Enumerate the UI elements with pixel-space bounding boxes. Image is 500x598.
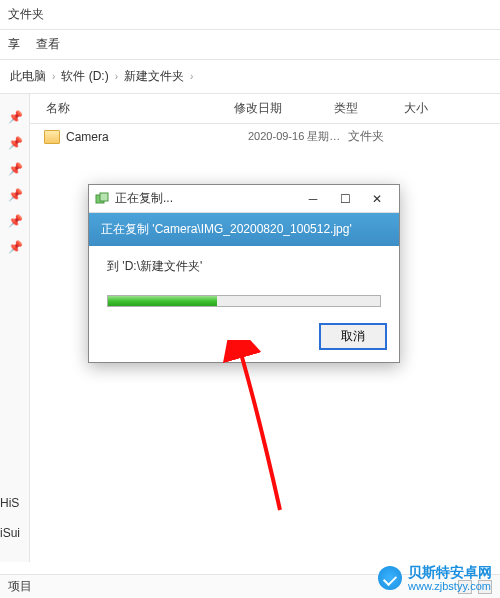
destination-text: 到 'D:\新建文件夹' (107, 258, 381, 275)
breadcrumb-root[interactable]: 此电脑 (10, 68, 46, 85)
window-title: 文件夹 (0, 0, 500, 30)
row-name: Camera (66, 130, 248, 144)
breadcrumb-folder[interactable]: 新建文件夹 (124, 68, 184, 85)
pin-icon[interactable]: 📌 (0, 208, 29, 234)
copy-dialog: 正在复制... ─ ☐ ✕ 正在复制 'Camera\IMG_20200820_… (88, 184, 400, 363)
table-row[interactable]: Camera 2020-09-16 星期… 文件夹 (30, 124, 500, 149)
cancel-button[interactable]: 取消 (319, 323, 387, 350)
maximize-button[interactable]: ☐ (329, 186, 361, 212)
pin-icon[interactable]: 📌 (0, 234, 29, 260)
toolbar: 享 查看 (0, 30, 500, 60)
minimize-button[interactable]: ─ (297, 186, 329, 212)
copy-icon (95, 192, 109, 206)
progress-fill (108, 296, 217, 306)
breadcrumb-drive[interactable]: 软件 (D:) (61, 68, 108, 85)
sidebar-bottom-items: HiS iSui (0, 488, 20, 548)
row-type: 文件夹 (348, 128, 418, 145)
pin-icon[interactable]: 📌 (0, 182, 29, 208)
breadcrumb[interactable]: 此电脑 › 软件 (D:) › 新建文件夹 › (0, 60, 500, 94)
sidebar-item[interactable]: HiS (0, 488, 20, 518)
pin-icon[interactable]: 📌 (0, 104, 29, 130)
column-headers: 名称 修改日期 类型 大小 (30, 94, 500, 124)
column-size[interactable]: 大小 (404, 100, 496, 117)
dialog-banner: 正在复制 'Camera\IMG_20200820_100512.jpg' (89, 213, 399, 246)
svg-rect-1 (100, 193, 108, 201)
toolbar-view[interactable]: 查看 (36, 36, 60, 53)
watermark-name: 贝斯特安卓网 (408, 565, 492, 580)
close-button[interactable]: ✕ (361, 186, 393, 212)
progress-bar (107, 295, 381, 307)
row-date: 2020-09-16 星期… (248, 129, 348, 144)
pin-icon[interactable]: 📌 (0, 156, 29, 182)
column-date[interactable]: 修改日期 (234, 100, 334, 117)
folder-icon (44, 130, 60, 144)
breadcrumb-sep-icon: › (52, 71, 55, 82)
watermark-url: www.zjbstyy.com (408, 580, 492, 592)
toolbar-share[interactable]: 享 (8, 36, 20, 53)
watermark-logo-icon (378, 566, 402, 590)
column-type[interactable]: 类型 (334, 100, 404, 117)
dialog-title: 正在复制... (115, 190, 173, 207)
pin-icon[interactable]: 📌 (0, 130, 29, 156)
dialog-titlebar[interactable]: 正在复制... ─ ☐ ✕ (89, 185, 399, 213)
status-items: 项目 (8, 578, 32, 595)
breadcrumb-sep-icon: › (115, 71, 118, 82)
watermark: 贝斯特安卓网 www.zjbstyy.com (378, 565, 492, 592)
sidebar-item[interactable]: iSui (0, 518, 20, 548)
column-name[interactable]: 名称 (34, 100, 234, 117)
breadcrumb-sep-icon: › (190, 71, 193, 82)
